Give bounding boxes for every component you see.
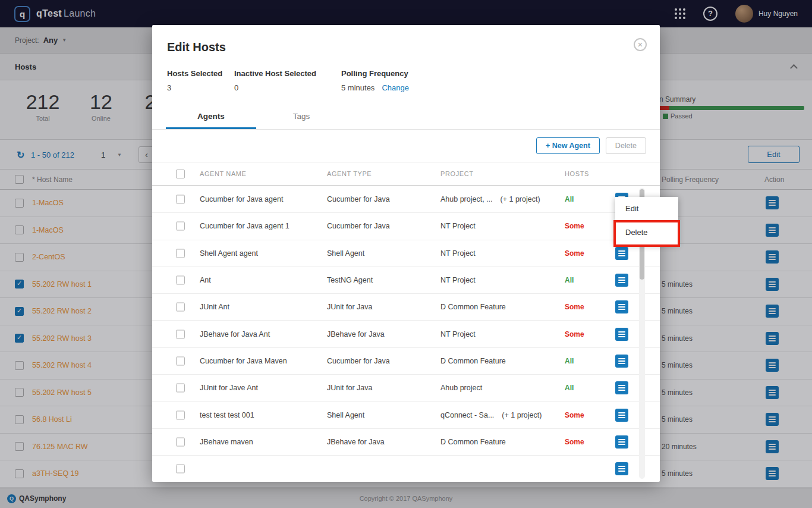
project-text: D Common Feature xyxy=(440,303,506,311)
modal-stats-row: Hosts Selected 3 Inactive Host Selected … xyxy=(167,69,409,92)
hosts-selected-label: Hosts Selected xyxy=(167,69,234,78)
hosts-status: Some xyxy=(565,438,584,446)
polling-frequency-label: Polling Frequency xyxy=(341,69,409,78)
close-icon[interactable]: × xyxy=(634,38,647,51)
agent-action-menu-button[interactable] xyxy=(615,435,628,449)
agent-action-menu-button[interactable] xyxy=(615,355,628,368)
project-text: D Common Feature xyxy=(440,357,506,365)
menu-lines-icon xyxy=(618,253,625,254)
agent-name: Cucumber for Java agent xyxy=(200,195,283,203)
agent-checkbox[interactable] xyxy=(176,330,185,338)
agent-row: JUnit Ant JUnit for Java D Common Featur… xyxy=(152,294,660,321)
context-menu-delete[interactable]: Delete xyxy=(615,221,678,244)
agent-name: Cucumber for Java Maven xyxy=(200,357,287,365)
polling-frequency-stat: Polling Frequency 5 minutesChange xyxy=(341,69,409,92)
agent-action-menu-button[interactable] xyxy=(615,274,628,287)
agent-row: Shell Agent agent Shell Agent NT Project… xyxy=(152,240,660,267)
menu-lines-icon xyxy=(618,468,625,469)
hosts-status: All xyxy=(565,276,574,284)
agent-name: Shell Agent agent xyxy=(200,249,258,258)
agent-type: TestNG Agent xyxy=(327,276,373,284)
agent-checkbox[interactable] xyxy=(176,222,185,231)
hosts-status: All xyxy=(565,195,574,203)
agent-type: JBehave for Java xyxy=(327,438,385,446)
agent-project: D Common Feature xyxy=(440,303,563,311)
hosts-selected-value: 3 xyxy=(167,83,234,92)
agent-project: Ahub project, ...(+ 1 project) xyxy=(440,195,563,203)
agent-type-header: AGENT TYPE xyxy=(327,170,372,177)
agent-action-menu-button[interactable] xyxy=(615,381,628,394)
screen: q qTestLaunch ? Huy Nguyen Project: Any … xyxy=(0,0,812,508)
agent-name: JUnit Ant xyxy=(200,303,229,311)
agent-checkbox[interactable] xyxy=(176,384,185,393)
agent-checkbox[interactable] xyxy=(176,437,185,446)
menu-lines-icon xyxy=(618,441,625,443)
agent-type: JUnit for Java xyxy=(327,303,372,311)
agent-project: D Common Feature xyxy=(440,357,563,365)
agent-checkbox[interactable] xyxy=(176,195,185,204)
agent-checkbox[interactable] xyxy=(176,249,185,258)
agent-project: Ahub project xyxy=(440,384,563,392)
tab-tags[interactable]: Tags xyxy=(256,103,347,129)
agent-checkbox[interactable] xyxy=(176,410,185,419)
delete-button[interactable]: Delete xyxy=(606,137,646,154)
modal-tabs: Agents Tags xyxy=(152,103,660,130)
agent-type: Cucumber for Java xyxy=(327,222,390,230)
menu-lines-icon xyxy=(618,306,625,308)
polling-frequency-value: 5 minutesChange xyxy=(341,83,409,92)
agent-project: D Common Feature xyxy=(440,438,563,446)
project-extra: (+ 1 project) xyxy=(501,195,540,203)
project-text: NT Project xyxy=(440,330,476,338)
change-link[interactable]: Change xyxy=(382,83,409,92)
agent-type: Shell Agent xyxy=(327,411,364,419)
agent-action-menu-button[interactable] xyxy=(615,328,628,341)
new-agent-button[interactable]: + New Agent xyxy=(536,137,600,154)
agent-action-menu-button[interactable] xyxy=(615,300,628,313)
inactive-host-stat: Inactive Host Selected 0 xyxy=(234,69,341,92)
menu-lines-icon xyxy=(618,334,625,335)
agent-action-menu-button[interactable] xyxy=(615,247,628,260)
agent-checkbox[interactable] xyxy=(176,303,185,312)
agent-type: JUnit for Java xyxy=(327,384,372,392)
agent-row: JBehave for Java Ant JBehave for Java NT… xyxy=(152,321,660,347)
edit-hosts-modal: Edit Hosts × Hosts Selected 3 Inactive H… xyxy=(152,25,660,482)
agent-project: NT Project xyxy=(440,222,563,230)
inactive-host-value: 0 xyxy=(234,83,341,92)
hosts-status: Some xyxy=(565,330,584,338)
agent-row: Cucumber for Java agent Cucumber for Jav… xyxy=(152,186,660,213)
agents-table-body: Cucumber for Java agent Cucumber for Jav… xyxy=(152,186,660,482)
agent-type: Cucumber for Java xyxy=(327,195,390,203)
agent-row xyxy=(152,456,660,482)
agent-checkbox[interactable] xyxy=(176,276,185,285)
context-menu-edit[interactable]: Edit xyxy=(615,197,678,221)
select-all-agents-checkbox[interactable] xyxy=(176,170,185,178)
project-text: Ahub project, ... xyxy=(440,195,493,203)
agent-type: JBehave for Java xyxy=(327,330,385,338)
agent-project: NT Project xyxy=(440,249,563,258)
agent-row: Cucumber for Java Maven Cucumber for Jav… xyxy=(152,348,660,375)
project-text: Ahub project xyxy=(440,384,482,392)
agents-table-header: AGENT NAME AGENT TYPE PROJECT HOSTS xyxy=(152,162,660,186)
agent-project: qConnect - Sa...(+ 1 project) xyxy=(440,411,563,419)
agent-row: Ant TestNG Agent NT Project All xyxy=(152,267,660,294)
project-text: NT Project xyxy=(440,249,476,258)
agent-row: JBehave maven JBehave for Java D Common … xyxy=(152,429,660,456)
project-header: PROJECT xyxy=(440,170,474,177)
tab-agents[interactable]: Agents xyxy=(166,103,256,129)
agent-action-menu-button[interactable] xyxy=(615,409,628,422)
agent-action-menu-button[interactable] xyxy=(615,462,628,475)
agent-name: JBehave for Java Ant xyxy=(200,330,270,338)
agent-name: JUnit for Jave Ant xyxy=(200,384,258,392)
hosts-status: All xyxy=(565,357,574,365)
agent-name: JBehave maven xyxy=(200,438,253,446)
agent-type: Cucumber for Java xyxy=(327,357,390,365)
agent-checkbox[interactable] xyxy=(176,465,185,473)
hosts-status: All xyxy=(565,384,574,392)
inactive-host-label: Inactive Host Selected xyxy=(234,69,341,78)
agent-project: NT Project xyxy=(440,276,563,284)
agent-checkbox[interactable] xyxy=(176,356,185,365)
row-context-menu: Edit Delete xyxy=(615,197,678,244)
menu-lines-icon xyxy=(618,360,625,362)
modal-title: Edit Hosts xyxy=(167,40,226,54)
project-text: NT Project xyxy=(440,222,476,230)
